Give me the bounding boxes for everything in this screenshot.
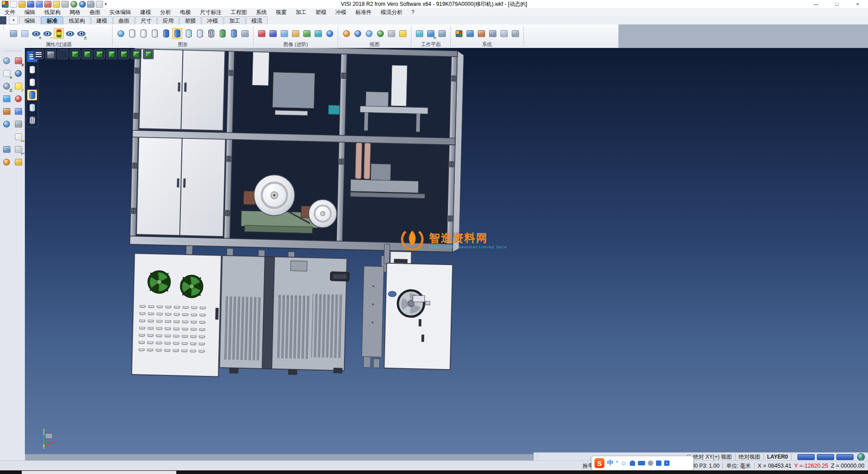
view-front-cube-icon[interactable] [94, 49, 105, 59]
confirm-check-icon[interactable] [13, 81, 24, 91]
machine-model[interactable] [25, 48, 868, 454]
close-button[interactable]: × [847, 0, 868, 8]
color-grid-icon[interactable] [454, 28, 464, 39]
ime-handwriting-icon[interactable] [648, 460, 653, 466]
delete-trash-icon[interactable] [1, 144, 12, 155]
view-right-cube-icon[interactable] [106, 49, 117, 59]
snapshot-camera-icon[interactable] [279, 28, 289, 39]
strip-shaded-cylinder-icon[interactable] [27, 90, 37, 100]
ime-punctuation-toggle[interactable]: ' [616, 460, 618, 467]
hidden-line-cylinder-icon[interactable] [138, 28, 148, 39]
workflow-tab[interactable]: 编辑 [19, 16, 41, 24]
strip-hatched-cylinder-icon[interactable] [27, 115, 37, 126]
menu-item[interactable]: 加工 [291, 8, 311, 16]
paper-roll-small[interactable] [308, 199, 337, 228]
menu-item[interactable]: 分析 [156, 8, 175, 16]
view-top-cube-icon[interactable] [82, 49, 93, 59]
link-icon[interactable] [87, 1, 94, 8]
dashed-cylinder-icon[interactable] [150, 28, 160, 39]
print-icon[interactable] [61, 1, 69, 8]
menu-item[interactable]: 文件 [0, 8, 20, 16]
render-settings-wrench-icon[interactable] [240, 28, 250, 39]
menu-item[interactable]: 实体编辑 [105, 8, 136, 16]
view-bottom-cube-icon[interactable] [143, 49, 154, 59]
undo-arrow-icon[interactable] [13, 144, 24, 155]
menu-item[interactable]: 电极 [175, 8, 195, 16]
strip-wireframe-cylinder-icon[interactable] [27, 64, 37, 75]
menu-item[interactable]: 视窗 [271, 8, 291, 16]
view-axes-icon[interactable] [57, 49, 68, 59]
hatched-cylinder-icon[interactable] [206, 28, 216, 39]
paper-roll-large[interactable] [254, 175, 295, 216]
layer-books-icon[interactable] [1, 106, 12, 117]
menu-item[interactable]: 工程图 [226, 8, 251, 16]
shaded-cylinder-icon[interactable] [161, 28, 171, 39]
lower-left-doors[interactable] [137, 136, 226, 237]
ime-language-toggle[interactable]: 中 [607, 459, 613, 467]
menu-item[interactable]: 曲面 [85, 8, 105, 16]
workplane-face-icon[interactable] [426, 28, 436, 39]
window-grid-icon[interactable] [13, 106, 24, 117]
menu-item[interactable]: 编辑 [20, 8, 40, 16]
selection-filter-icon[interactable] [488, 28, 498, 39]
hide-all-minus-icon[interactable] [99, 28, 109, 39]
manipulator-wheel-icon[interactable] [1, 156, 12, 167]
filter-traffic-light-icon[interactable] [54, 28, 64, 39]
view-iso-cube-icon[interactable] [70, 49, 80, 59]
shaded-edges-cylinder-icon[interactable] [172, 28, 182, 39]
right-fan-panel[interactable] [362, 251, 453, 370]
taskbar-window-button[interactable] [22, 471, 176, 474]
camera-view-icon[interactable] [387, 28, 396, 39]
workflow-tab[interactable]: 应用 [157, 16, 179, 24]
workflow-tab[interactable]: 加工 [224, 16, 245, 24]
image-gallery-icon[interactable] [291, 28, 301, 39]
regen-sync-icon[interactable] [1, 118, 12, 129]
profiles-icon[interactable] [499, 28, 509, 39]
attributes-paint-icon[interactable] [9, 28, 19, 39]
wireframe-cylinder-icon[interactable] [127, 28, 137, 39]
strip-transparent-cylinder-icon[interactable] [27, 102, 37, 113]
dynamic-rotate-icon[interactable] [375, 28, 385, 39]
workflow-tab[interactable]: 塑膜 [179, 16, 201, 24]
save-icon[interactable] [27, 1, 34, 8]
fan-door-panel[interactable] [132, 253, 221, 377]
upper-left-doors[interactable] [139, 48, 225, 131]
spline-edit-icon[interactable] [13, 93, 24, 104]
menu-item[interactable]: 网格 [65, 8, 85, 16]
menu-item[interactable]: 建模 [136, 8, 156, 16]
new-document-icon[interactable] [10, 1, 17, 8]
selection-zoom-icon[interactable] [1, 55, 12, 66]
view-mode-label[interactable]: 绝对 XY(+) 视图 [693, 453, 732, 461]
menu-item[interactable]: 线架构 [40, 8, 65, 16]
view-list-icon[interactable] [33, 49, 44, 59]
shade-mode-icon[interactable] [510, 28, 520, 39]
windows-taskbar[interactable] [0, 470, 868, 474]
transparent-cylinder-icon[interactable] [184, 28, 193, 39]
toggle-visibility-eye-icon[interactable] [76, 28, 86, 39]
ime-keyboard-icon[interactable] [638, 461, 645, 465]
app-logo-icon[interactable] [1, 1, 9, 8]
hide-entities-eye-icon[interactable] [42, 28, 52, 39]
layer-color-bars[interactable] [797, 454, 854, 460]
zoom-all-icon[interactable] [341, 28, 351, 39]
workflow-tab[interactable]: 标准 [41, 16, 63, 24]
ime-toolbox-icon[interactable] [664, 460, 670, 466]
workplane-standard-icon[interactable] [415, 28, 425, 39]
ime-skin-icon[interactable] [656, 460, 661, 466]
view-left-cube-icon[interactable] [118, 49, 129, 59]
copy-cylinder-icon[interactable] [229, 28, 239, 39]
texture-leaf-icon[interactable] [302, 28, 312, 39]
vent-cabinet[interactable] [219, 256, 349, 376]
plane-resize-icon[interactable] [1, 68, 12, 79]
3d-viewport[interactable]: 智造资料网 INTELLIGENT MANUFACTURING DATA [25, 48, 868, 454]
help-question-icon[interactable] [1, 131, 12, 142]
workflow-tab[interactable]: 尺寸 [135, 16, 157, 24]
undo-icon[interactable] [70, 1, 77, 8]
solid-cube-icon[interactable] [13, 118, 24, 129]
workflow-tab[interactable]: 曲面 [113, 16, 135, 24]
refresh-visibility-eye-icon[interactable] [65, 28, 75, 39]
show-all-plus-icon[interactable] [88, 28, 98, 39]
menu-item[interactable]: 模流分析 [376, 8, 407, 16]
shaded-view-cube-icon[interactable] [313, 28, 323, 39]
ucs-axes-icon[interactable] [1, 93, 12, 104]
